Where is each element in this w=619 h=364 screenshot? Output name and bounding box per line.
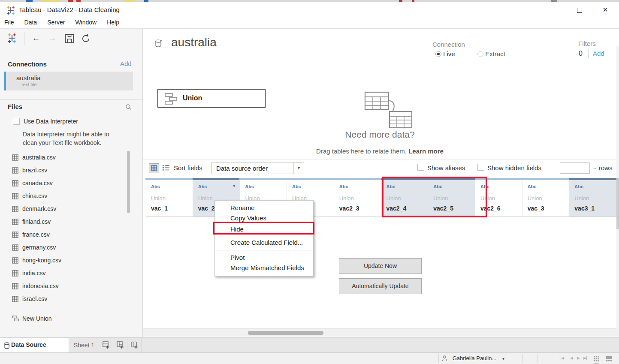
show-aliases-checkbox[interactable]: [417, 164, 424, 171]
vertical-scrollbar[interactable]: [616, 46, 619, 329]
maximize-button[interactable]: [572, 4, 587, 15]
nav-first-icon[interactable]: ◀: [561, 356, 564, 360]
datasource-title[interactable]: australia: [171, 36, 217, 49]
user-menu[interactable]: Gabriella Paulin... ▾: [442, 355, 504, 361]
file-item[interactable]: india.csv: [0, 268, 143, 281]
vertical-scrollbar-thumb[interactable]: [616, 178, 619, 229]
column-top-bar: [569, 178, 618, 180]
file-item[interactable]: china.csv: [0, 191, 143, 204]
search-icon[interactable]: [125, 104, 132, 110]
file-item[interactable]: indonesia.csv: [0, 281, 143, 294]
use-data-interpreter-checkbox[interactable]: [13, 118, 20, 125]
tab-data-source[interactable]: Data Source: [0, 338, 69, 353]
radio-extract[interactable]: Extract: [477, 50, 505, 57]
main-panel: australia Connection Live Extract Filter…: [143, 29, 619, 337]
column-top-bar: [287, 178, 334, 180]
new-worksheet-icon: [103, 341, 110, 349]
grid-view-button[interactable]: [149, 163, 159, 173]
tab-sheet1[interactable]: Sheet 1: [69, 338, 99, 353]
menu-item-pivot[interactable]: Pivot: [215, 253, 313, 263]
column-menu-caret-icon[interactable]: ▾: [233, 183, 236, 189]
new-worksheet-button[interactable]: [100, 338, 113, 353]
column-top-bar: [522, 178, 570, 180]
menu-item-create-calculated-field[interactable]: Create Calculated Field...: [215, 238, 313, 248]
menu-file[interactable]: File: [0, 17, 19, 26]
table-icon: [12, 180, 18, 187]
horizontal-scrollbar-thumb[interactable]: [248, 331, 323, 335]
automatically-update-button[interactable]: Automatically Update: [339, 278, 422, 294]
learn-more-link[interactable]: Learn more: [408, 147, 444, 155]
menu-window[interactable]: Window: [70, 17, 102, 26]
column-vac_1[interactable]: Abc Union vac_1: [146, 178, 193, 217]
grid-view-icon: [151, 165, 157, 171]
table-icon: [12, 232, 18, 238]
file-item[interactable]: canada.csv: [0, 178, 143, 191]
table-icon: [12, 219, 18, 225]
back-icon[interactable]: ←: [31, 33, 41, 44]
tableau-home-icon[interactable]: [7, 33, 17, 43]
nav-prev-icon[interactable]: ◀: [570, 356, 573, 360]
menu-data[interactable]: Data: [19, 17, 42, 26]
update-now-button[interactable]: Update Now: [339, 258, 422, 274]
show-tabs-icon[interactable]: [593, 355, 600, 362]
sidebar-scrollbar[interactable]: [127, 151, 130, 213]
nav-next-icon[interactable]: ▶: [577, 356, 580, 360]
list-view-icon[interactable]: [163, 165, 169, 171]
refresh-icon[interactable]: [81, 33, 91, 44]
union-icon: [165, 93, 178, 105]
horizontal-scrollbar[interactable]: [143, 328, 619, 337]
rows-input[interactable]: [560, 162, 590, 174]
new-union-item[interactable]: New Union: [0, 314, 143, 326]
file-item[interactable]: israel.csv: [0, 294, 143, 307]
menu-item-merge-mismatched-fields[interactable]: Merge Mismatched Fields: [215, 263, 313, 273]
table-icon: [12, 257, 18, 264]
column-vac3_1[interactable]: Abc Union vac3_1: [569, 178, 618, 217]
file-item[interactable]: france.csv: [0, 229, 143, 242]
statusbar-divider: [438, 354, 439, 363]
connections-add-link[interactable]: Add: [120, 60, 132, 67]
table-icon: [12, 193, 18, 199]
extract-radio-icon[interactable]: [477, 51, 483, 57]
connection-item-australia[interactable]: australia Text file: [4, 72, 133, 90]
filters-add-link[interactable]: Add: [593, 50, 604, 57]
file-item[interactable]: finland.csv: [0, 217, 143, 229]
menu-help[interactable]: Help: [102, 17, 124, 26]
forward-icon[interactable]: →: [47, 33, 57, 44]
new-story-button[interactable]: [128, 338, 142, 353]
menu-item-rename[interactable]: Rename: [215, 203, 313, 213]
live-radio-icon[interactable]: [435, 51, 441, 57]
minimize-button[interactable]: [547, 4, 562, 15]
menu-server[interactable]: Server: [42, 17, 70, 26]
toolbar: ← →: [0, 29, 143, 48]
column-top-bar: [239, 178, 287, 180]
filmstrip-view-icon[interactable]: [606, 355, 612, 362]
drag-tables-hint: Drag tables here to relate them. Learn m…: [143, 147, 617, 155]
nav-last-icon[interactable]: ▶: [583, 356, 587, 360]
datasource-db-icon[interactable]: [154, 39, 166, 49]
statusbar-divider: [537, 354, 537, 363]
filters-divider: [588, 49, 589, 58]
new-union-label: New Union: [22, 315, 51, 322]
new-dashboard-button[interactable]: [114, 338, 127, 353]
show-hidden-fields-label: Show hidden fields: [487, 164, 541, 171]
filters-count: 0: [579, 50, 583, 57]
menu-divider: [216, 250, 312, 250]
file-item[interactable]: hong-kong.csv: [0, 255, 143, 268]
radio-live[interactable]: Live: [435, 50, 455, 57]
dropdown-caret-icon[interactable]: ▾: [293, 162, 304, 174]
file-item[interactable]: brazil.csv: [0, 165, 143, 178]
file-item[interactable]: germany.csv: [0, 242, 143, 255]
file-item[interactable]: australia.csv: [0, 152, 143, 165]
column-vac_3[interactable]: Abc Union vac_3: [522, 178, 570, 217]
file-list: australia.csv brazil.csv canada.csv chin…: [0, 152, 143, 307]
column-vac2_3[interactable]: Abc Union vac2_3: [334, 178, 381, 217]
show-hidden-fields-checkbox[interactable]: [477, 164, 484, 171]
union-table-box[interactable]: Union: [157, 89, 266, 108]
close-button[interactable]: ✕: [598, 4, 613, 15]
rows-submit-arrow-icon[interactable]: →: [592, 164, 598, 171]
data-interpreter-hint: Data Interpreter might be able to clean …: [23, 130, 109, 147]
file-item[interactable]: denmark.csv: [0, 204, 143, 217]
sort-order-dropdown[interactable]: Data source order ▾: [211, 162, 304, 174]
need-more-data-illustration: [335, 90, 425, 129]
save-icon[interactable]: [64, 33, 75, 44]
